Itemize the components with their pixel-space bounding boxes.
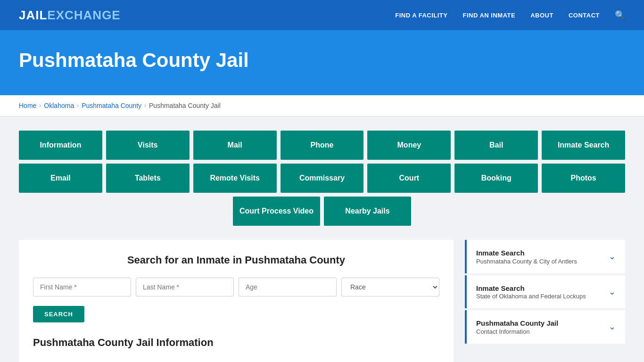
tile-remote-visits[interactable]: Remote Visits [193,164,277,193]
tiles-row-3: Court Process VideoNearby Jails [228,197,416,226]
breadcrumb-sep-1: › [39,102,41,109]
sidebar-card-0[interactable]: Inmate Search Pushmataha County & City o… [465,240,625,273]
logo-jail: JAIL [19,8,47,22]
search-icon[interactable]: 🔍 [615,10,625,20]
sidebar-card-subtitle-2: Contact Information [476,328,558,335]
sidebar-card-title-2: Pushmataha County Jail [476,319,558,328]
sidebar-card-header-2[interactable]: Pushmataha County Jail Contact Informati… [467,310,625,344]
right-sidebar: Inmate Search Pushmataha County & City o… [465,240,625,362]
sidebar-card-subtitle-0: Pushmataha County & City of Antlers [476,258,577,265]
breadcrumb: Home › Oklahoma › Pushmataha County › Pu… [19,102,625,109]
tile-photos[interactable]: Photos [542,164,625,193]
search-title: Search for an Inmate in Pushmataha Count… [33,254,439,266]
sidebar-card-2[interactable]: Pushmataha County Jail Contact Informati… [465,310,625,344]
tile-bail[interactable]: Bail [454,131,538,160]
logo-exchange: EXCHANGE [47,8,120,22]
tiles-row-2: EmailTabletsRemote VisitsCommissaryCourt… [19,164,625,193]
sidebar-card-1[interactable]: Inmate Search State of Oklahoma and Fede… [465,275,625,309]
main-content: InformationVisitsMailPhoneMoneyBailInmat… [0,116,644,362]
tile-money[interactable]: Money [367,131,451,160]
hero-banner: Pushmataha County Jail [0,30,644,95]
sidebar-card-title-0: Inmate Search [476,248,577,258]
breadcrumb-current: Pushmataha County Jail [149,102,221,109]
breadcrumb-state[interactable]: Oklahoma [44,102,74,109]
breadcrumb-home[interactable]: Home [19,102,36,109]
search-form: RaceWhiteBlackHispanicAsianOther [33,278,439,296]
search-button[interactable]: SEARCH [33,306,84,322]
content-area: Search for an Inmate in Pushmataha Count… [19,240,625,362]
tile-court[interactable]: Court [367,164,451,193]
tiles-row-1: InformationVisitsMailPhoneMoneyBailInmat… [19,131,625,160]
sidebar-card-title-1: Inmate Search [476,284,586,293]
chevron-down-icon: ⌄ [609,287,616,297]
sidebar-card-subtitle-1: State of Oklahoma and Federal Lockups [476,293,586,300]
nav-contact[interactable]: CONTACT [569,12,600,19]
tile-nearby-jails[interactable]: Nearby Jails [324,197,411,226]
tile-information[interactable]: Information [19,131,102,160]
chevron-down-icon: ⌄ [609,321,616,332]
last-name-input[interactable] [136,278,234,296]
breadcrumb-sep-2: › [77,102,79,109]
breadcrumb-sep-3: › [144,102,146,109]
main-nav: FIND A FACILITY FIND AN INMATE ABOUT CON… [395,10,625,20]
tile-commissary[interactable]: Commissary [281,164,364,193]
chevron-down-icon: ⌄ [609,251,616,262]
breadcrumb-bar: Home › Oklahoma › Pushmataha County › Pu… [0,95,644,116]
page-title: Pushmataha County Jail [19,49,625,72]
tile-email[interactable]: Email [19,164,102,193]
breadcrumb-county[interactable]: Pushmataha County [82,102,141,109]
site-logo[interactable]: JAILEXCHANGE [19,8,121,23]
sidebar-card-header-0[interactable]: Inmate Search Pushmataha County & City o… [467,240,625,273]
left-content: Search for an Inmate in Pushmataha Count… [19,240,454,362]
tile-booking[interactable]: Booking [454,164,538,193]
tile-visits[interactable]: Visits [106,131,190,160]
age-input[interactable] [239,278,337,296]
race-select[interactable]: RaceWhiteBlackHispanicAsianOther [341,278,439,296]
tile-inmate-search[interactable]: Inmate Search [542,131,625,160]
tile-tablets[interactable]: Tablets [106,164,190,193]
info-title: Pushmataha County Jail Information [33,337,439,349]
tile-phone[interactable]: Phone [281,131,364,160]
nav-find-inmate[interactable]: FIND AN INMATE [462,12,515,19]
sidebar-card-header-1[interactable]: Inmate Search State of Oklahoma and Fede… [467,275,625,309]
nav-find-facility[interactable]: FIND A FACILITY [395,12,447,19]
tile-mail[interactable]: Mail [193,131,277,160]
first-name-input[interactable] [33,278,131,296]
tile-court-process-video[interactable]: Court Process Video [233,197,320,226]
site-header: JAILEXCHANGE FIND A FACILITY FIND AN INM… [0,0,644,30]
tiles-section: InformationVisitsMailPhoneMoneyBailInmat… [19,131,625,226]
nav-about[interactable]: ABOUT [530,12,553,19]
